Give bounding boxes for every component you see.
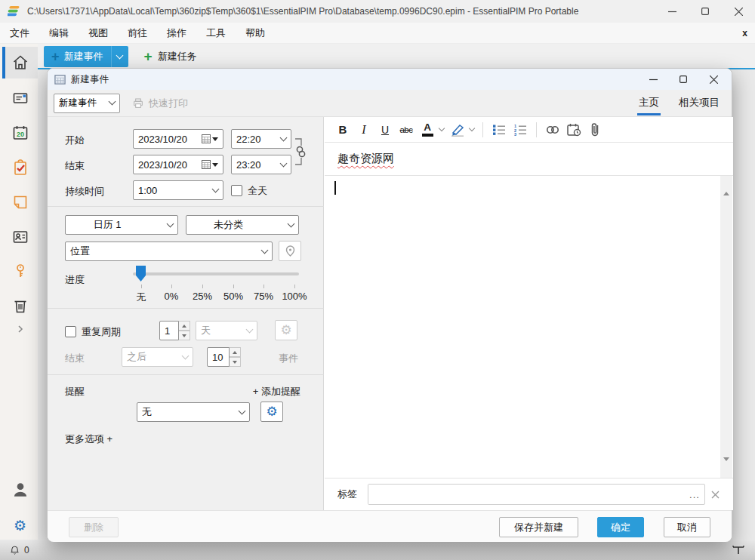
end-label: 结束 — [65, 159, 85, 173]
strikethrough-button[interactable]: abc — [397, 121, 415, 139]
bold-button[interactable]: B — [334, 121, 352, 139]
tab-home[interactable]: 主页 — [637, 91, 661, 115]
sidebar-item-today[interactable] — [2, 47, 38, 78]
new-event-button[interactable]: + 新建事件 — [44, 46, 128, 67]
start-time-combo[interactable]: 22:20 — [231, 129, 291, 149]
recurrence-unit-select[interactable]: 天 — [196, 321, 257, 340]
spin-up-button[interactable] — [179, 321, 190, 331]
menu-tools[interactable]: 工具 — [196, 23, 236, 44]
tags-clear-icon[interactable] — [711, 491, 720, 499]
dialog-close-button[interactable] — [698, 69, 729, 90]
end-time-combo[interactable]: 23:20 — [231, 155, 291, 174]
reminder-settings-button[interactable]: ⚙ — [260, 402, 283, 422]
sidebar-item-trash[interactable] — [2, 290, 38, 322]
menu-help[interactable]: 帮助 — [236, 23, 275, 44]
recurrence-end-mode-select[interactable]: 之后 — [122, 347, 193, 367]
quick-print-button[interactable]: 快速打印 — [132, 97, 188, 110]
insert-date-button[interactable] — [565, 121, 583, 139]
delete-button[interactable]: 删除 — [69, 517, 119, 537]
underline-button[interactable]: U — [376, 121, 394, 139]
checkbox-icon — [65, 326, 76, 337]
sidebar-item-calendar[interactable]: 20 — [2, 117, 38, 149]
more-options-button[interactable]: 更多选项 + — [65, 432, 112, 446]
datepicker-icon[interactable] — [202, 160, 218, 169]
progress-slider-track[interactable] — [133, 272, 299, 275]
progress-slider-thumb[interactable] — [136, 266, 146, 282]
recurrence-checkbox[interactable]: 重复周期 — [65, 325, 121, 339]
menubar: 文件 编辑 视图 前往 操作 工具 帮助 x — [0, 23, 755, 44]
calendar-clock-icon — [567, 123, 581, 137]
duration-combo[interactable]: 1:00 — [133, 180, 223, 200]
font-color-dropdown-icon[interactable] — [439, 125, 445, 131]
tab-related-items[interactable]: 相关项目 — [677, 91, 721, 115]
highlight-button[interactable] — [448, 121, 467, 139]
new-task-button[interactable]: + 新建任务 — [139, 46, 197, 67]
save-and-new-button[interactable]: 保存并新建 — [499, 517, 578, 537]
sidebar-item-passwords[interactable] — [2, 255, 38, 287]
attach-file-button[interactable] — [586, 121, 604, 139]
bell-icon[interactable] — [9, 544, 20, 555]
bullet-list-button[interactable] — [490, 121, 508, 139]
location-map-button[interactable] — [279, 241, 301, 261]
dialog-minimize-button[interactable] — [638, 69, 668, 90]
all-day-checkbox[interactable]: 全天 — [231, 184, 267, 198]
spin-down-button[interactable] — [179, 331, 190, 340]
bullet-list-icon — [492, 124, 506, 136]
editor-toolbar: B I U abc A — [325, 117, 733, 143]
window-close-button[interactable] — [722, 0, 755, 23]
contacts-icon — [11, 228, 29, 246]
plus-icon: + — [139, 48, 158, 65]
add-reminder-button[interactable]: + 添加提醒 — [253, 385, 300, 398]
sidebar-item-contacts[interactable] — [2, 221, 38, 253]
editor-scrollbar[interactable] — [720, 176, 732, 478]
notification-count: 0 — [24, 545, 29, 555]
menu-edit[interactable]: 编辑 — [39, 23, 79, 44]
sidebar-item-account[interactable] — [2, 474, 38, 506]
datepicker-icon[interactable] — [202, 134, 218, 143]
statusbar-grip-icon[interactable] — [732, 545, 744, 555]
location-combo[interactable]: 位置 — [65, 242, 273, 261]
gear-icon: ⚙ — [266, 405, 277, 418]
menu-actions[interactable]: 操作 — [157, 23, 196, 44]
calendar-select[interactable]: 日历 1 — [65, 215, 178, 235]
recurrence-settings-button[interactable]: ⚙ — [275, 320, 297, 340]
tags-input[interactable] — [368, 485, 685, 504]
event-type-select[interactable]: 新建事件 — [54, 94, 120, 113]
menu-go[interactable]: 前往 — [118, 23, 157, 44]
window-maximize-button[interactable] — [689, 0, 722, 23]
main-toolbar: + 新建事件 + 新建任务 — [38, 44, 755, 69]
sidebar-item-tasks[interactable] — [2, 152, 38, 183]
menu-file[interactable]: 文件 — [0, 23, 39, 44]
reminder-select[interactable]: 无 — [137, 402, 250, 422]
sidebar: 20 — [0, 44, 38, 540]
new-event-dropdown-button[interactable] — [112, 56, 128, 58]
window-minimize-button[interactable] — [655, 0, 689, 23]
subject-field[interactable]: 趣奇资源网 — [325, 143, 733, 176]
numbered-list-button[interactable]: 1 2 3 — [511, 121, 529, 139]
menu-view[interactable]: 视图 — [79, 23, 118, 44]
person-icon — [11, 480, 30, 500]
recurrence-end-count-spinner[interactable]: 10 — [207, 347, 241, 367]
ok-button[interactable]: 确定 — [597, 517, 644, 537]
spin-up-button[interactable] — [230, 347, 241, 357]
spin-down-button[interactable] — [230, 357, 241, 367]
menubar-close-button[interactable]: x — [742, 28, 747, 38]
insert-link-button[interactable] — [544, 121, 562, 139]
start-date-picker[interactable]: 2023/10/20 — [133, 129, 223, 149]
category-select[interactable]: 未分类 — [186, 215, 299, 235]
sidebar-item-notes[interactable] — [2, 186, 38, 218]
recurrence-interval-spinner[interactable]: 1 — [159, 321, 190, 340]
dialog-maximize-button[interactable] — [668, 69, 698, 90]
scroll-down-icon[interactable] — [723, 461, 729, 475]
highlight-dropdown-icon[interactable] — [469, 125, 475, 131]
sidebar-expand-button[interactable] — [2, 318, 38, 340]
sidebar-item-settings[interactable]: ⚙ — [2, 509, 38, 541]
cancel-button[interactable]: 取消 — [664, 517, 710, 537]
sidebar-item-mail[interactable] — [2, 82, 38, 114]
font-color-button[interactable]: A — [418, 121, 436, 139]
notes-area[interactable] — [325, 176, 733, 478]
end-date-picker[interactable]: 2023/10/20 — [133, 155, 223, 174]
tags-more-button[interactable]: ... — [685, 485, 704, 504]
italic-button[interactable]: I — [355, 121, 373, 139]
scroll-up-icon[interactable] — [723, 179, 729, 192]
